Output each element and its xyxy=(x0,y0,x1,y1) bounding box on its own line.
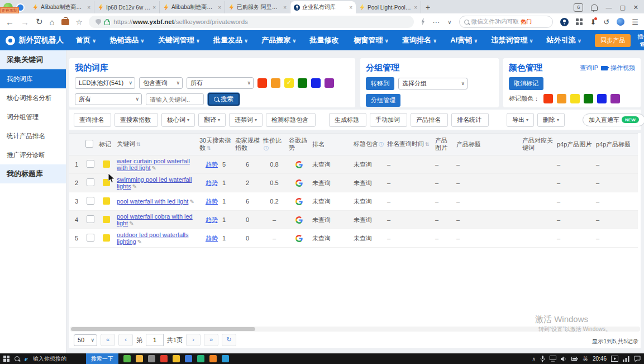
start-button[interactable] xyxy=(3,356,9,362)
new-tab-button[interactable]: + xyxy=(421,1,435,13)
edit-icon[interactable]: ✎ xyxy=(189,198,194,205)
edit-icon[interactable]: ✎ xyxy=(129,220,133,227)
toolbar-button[interactable]: 违禁词▾ xyxy=(229,113,263,127)
first-page-button[interactable]: « xyxy=(101,334,115,346)
tab-close-icon[interactable]: × xyxy=(152,4,156,11)
browser-tab[interactable]: Alibaba制造商目录——供 × xyxy=(29,1,94,13)
ime-indicator[interactable]: 英 xyxy=(583,355,588,363)
sidebar-item[interactable]: 我的词库 xyxy=(0,69,66,88)
taskbar-search-button[interactable]: 搜索一下 xyxy=(86,353,118,364)
sidebar-item[interactable]: 词分组管理 xyxy=(0,107,66,126)
microphone-icon[interactable] xyxy=(540,356,545,362)
browser-tab[interactable]: 已购服务 阿里巴巴 外贸服 × xyxy=(225,1,290,13)
next-page-button[interactable]: › xyxy=(186,334,201,346)
browser-tab[interactable]: Alibaba制造商目录——供 × xyxy=(160,1,225,13)
taskbar-app-green[interactable] xyxy=(197,355,204,362)
extension-bulb-icon[interactable] xyxy=(560,18,569,26)
browser-tab[interactable]: 企业私有词库 × xyxy=(290,1,356,13)
menu-icon[interactable]: ☰ xyxy=(632,18,638,26)
clock[interactable]: 20:46 xyxy=(593,356,607,362)
google-trends-icon[interactable] xyxy=(295,235,303,242)
color-swatch[interactable] xyxy=(271,78,280,88)
edit-icon[interactable]: ✎ xyxy=(132,183,137,190)
toolbar-button[interactable]: 手动加词 xyxy=(370,113,407,127)
toolbar-button[interactable]: 查询排名 xyxy=(74,113,111,127)
tab-close-icon[interactable]: × xyxy=(218,4,221,11)
toolbar-button[interactable]: 生成标题 xyxy=(329,113,366,127)
nav-menu-item[interactable]: 热销选品∨ xyxy=(109,35,144,45)
edit-icon[interactable]: ✎ xyxy=(152,165,156,172)
toolbar-button[interactable]: 产品排名 xyxy=(411,113,448,127)
row-checkbox[interactable] xyxy=(87,160,94,168)
back-icon[interactable]: ← xyxy=(6,17,14,27)
mark-color-swatch[interactable] xyxy=(584,94,593,103)
col-keyword[interactable]: 关键词 xyxy=(115,134,198,155)
nav-menu-item[interactable]: 违禁词管理∨ xyxy=(492,35,533,45)
edit-icon[interactable]: ✎ xyxy=(137,239,142,245)
col-index30[interactable]: 30天搜索指数 xyxy=(198,134,233,155)
sidebar-item[interactable]: 采集关键词 xyxy=(0,50,66,69)
taskbar-wps[interactable] xyxy=(160,355,168,362)
close-button[interactable]: ✕ xyxy=(633,4,638,11)
mark-color-swatch[interactable] xyxy=(570,94,580,103)
toolbar-button[interactable]: 排名统计 xyxy=(451,113,489,127)
reload-icon[interactable]: ↻ xyxy=(36,17,43,27)
field-filter-select[interactable]: 所有 xyxy=(75,93,142,105)
sidebar-item[interactable]: 统计产品排名 xyxy=(0,126,66,145)
quick-search-box[interactable]: 微信文件3h内可取 热门 xyxy=(459,16,553,28)
color-swatch[interactable] xyxy=(325,78,334,88)
col-time[interactable]: 排名查询时间 xyxy=(385,134,433,155)
taskbar-app-360[interactable] xyxy=(123,355,131,362)
flash-icon[interactable] xyxy=(421,18,425,25)
mark-color-swatch[interactable] xyxy=(557,94,566,103)
display-icon[interactable] xyxy=(550,356,556,362)
nav-menu-item[interactable]: 首页∨ xyxy=(76,35,96,45)
toolbar-button[interactable]: 检测标题包含 xyxy=(266,113,316,127)
maximize-button[interactable]: ▢ xyxy=(619,4,625,11)
search-button[interactable]: 搜索 xyxy=(208,93,240,106)
color-filter-select[interactable]: 所有 xyxy=(187,77,254,89)
ie-icon[interactable]: e xyxy=(25,354,28,363)
mark-color-swatch[interactable] xyxy=(597,94,607,103)
match-type-select[interactable]: 包含查询 xyxy=(139,77,183,89)
last-page-button[interactable]: » xyxy=(204,334,218,346)
taskbar-file-explorer[interactable] xyxy=(136,355,143,362)
color-swatch[interactable] xyxy=(257,78,267,88)
select-all-checkbox[interactable] xyxy=(85,140,93,148)
page-number-input[interactable] xyxy=(146,334,164,346)
nav-menu-item[interactable]: 查询排名∨ xyxy=(402,35,437,45)
word-group-select[interactable]: LED泳池灯(541) xyxy=(75,77,135,89)
query-ip-link[interactable]: 查询IP xyxy=(580,64,598,72)
toolbar-button[interactable]: 查搜索指数 xyxy=(115,113,158,127)
chevron-down-icon[interactable]: ∨ xyxy=(447,19,451,25)
nav-menu-item[interactable]: 批量发品∨ xyxy=(213,35,248,45)
google-trends-icon[interactable] xyxy=(295,216,303,224)
sidebar-item[interactable]: 推广评分诊断 xyxy=(0,145,66,164)
mark-color-cell[interactable] xyxy=(103,234,110,242)
toolbar-button[interactable]: 删除▾ xyxy=(537,113,565,127)
color-swatch[interactable] xyxy=(311,78,321,88)
more-menu-icon[interactable]: ⋯ xyxy=(432,18,440,26)
color-swatch[interactable] xyxy=(284,78,294,88)
scrollbar-thumb[interactable] xyxy=(71,327,255,331)
google-trends-icon[interactable] xyxy=(295,161,303,168)
tab-close-icon[interactable]: × xyxy=(349,4,352,11)
globe-icon[interactable] xyxy=(617,18,624,26)
sidebar-item[interactable]: 核心词排名分析 xyxy=(0,88,66,107)
mark-color-cell[interactable] xyxy=(103,216,110,223)
browser-tab[interactable]: Ip68 Dc12v 6w Warm W × xyxy=(94,1,160,13)
tray-expand-icon[interactable]: ∧ xyxy=(532,356,536,362)
nav-menu-item[interactable]: 产品搬家∨ xyxy=(261,35,296,45)
keyword-link[interactable]: pool waterfall with led light xyxy=(117,198,188,205)
toolbar-button[interactable]: 导出▾ xyxy=(507,113,534,127)
tab-close-icon[interactable]: × xyxy=(414,4,417,11)
group-select[interactable]: 选择分组 xyxy=(398,78,468,89)
row-checkbox[interactable] xyxy=(87,215,94,223)
notification-icon[interactable] xyxy=(634,356,641,362)
color-swatch[interactable] xyxy=(298,78,307,88)
speaker-icon[interactable] xyxy=(561,356,567,362)
group-manage-button[interactable]: 分组管理 xyxy=(366,94,400,107)
mark-color-swatch[interactable] xyxy=(610,94,620,103)
sync-products-button[interactable]: 同步产品 xyxy=(595,34,631,47)
sidebar-item[interactable]: 我的标题库 xyxy=(0,164,66,183)
